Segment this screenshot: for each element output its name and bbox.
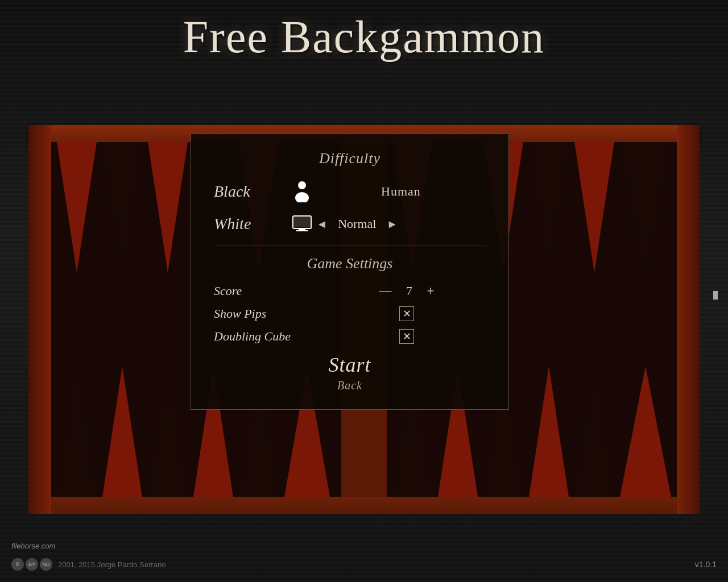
white-player-row: White ◄ Normal ►: [214, 214, 486, 234]
white-player-icon: [288, 214, 316, 234]
show-pips-checkbox[interactable]: ✕: [399, 306, 414, 321]
show-pips-control: ✕: [328, 306, 486, 321]
white-label: White: [214, 215, 288, 233]
footer: © BY ND 2001, 2015 Jorge Pardo Serrano f…: [0, 558, 728, 571]
filehorse-label: filehorse.com: [11, 541, 55, 551]
score-minus-button[interactable]: —: [379, 284, 392, 298]
black-player-row: Black Human: [214, 181, 486, 202]
settings-dialog: Difficulty Black Human White ◄ Normal: [191, 134, 509, 410]
svg-point-27: [295, 192, 309, 202]
doubling-cube-label: Doubling Cube: [214, 329, 328, 344]
score-row: Score — 7 +: [214, 284, 486, 298]
black-player-icon: [288, 181, 316, 202]
difficulty-left-arrow[interactable]: ◄: [316, 218, 328, 231]
cc-badge: © BY ND: [11, 558, 52, 571]
board-frame-right: [677, 125, 700, 514]
svg-rect-31: [296, 230, 308, 231]
board-frame-left: [28, 125, 51, 514]
difficulty-title: Difficulty: [214, 150, 486, 167]
divider: [214, 246, 486, 246]
doubling-cube-row: Doubling Cube ✕: [214, 329, 486, 344]
cc-icon: ©: [11, 558, 24, 571]
doubling-cube-checkbox[interactable]: ✕: [399, 329, 414, 344]
black-label: Black: [214, 182, 288, 201]
filehorse-text: filehorse.com: [11, 542, 55, 550]
score-control: — 7 +: [328, 284, 486, 298]
show-pips-row: Show Pips ✕: [214, 306, 486, 321]
cc-by-icon: BY: [26, 558, 38, 571]
game-settings-title: Game Settings: [214, 255, 486, 272]
copyright-text: 2001, 2015 Jorge Pardo Serrano: [58, 560, 166, 569]
board-frame-bottom: [28, 497, 700, 514]
footer-left: © BY ND 2001, 2015 Jorge Pardo Serrano: [11, 558, 166, 571]
start-button[interactable]: Start: [214, 353, 486, 377]
svg-rect-30: [299, 228, 305, 230]
difficulty-right-arrow[interactable]: ►: [387, 218, 398, 231]
svg-rect-29: [294, 217, 310, 227]
cc-nd-icon: ND: [40, 558, 52, 571]
score-label: Score: [214, 284, 328, 298]
score-plus-button[interactable]: +: [427, 284, 435, 298]
show-pips-label: Show Pips: [214, 306, 328, 321]
black-player-type: Human: [316, 184, 486, 199]
difficulty-controls: ◄ Normal ►: [316, 217, 398, 231]
back-button[interactable]: Back: [214, 379, 486, 392]
difficulty-value: Normal: [334, 217, 380, 231]
doubling-cube-control: ✕: [328, 329, 486, 344]
version-text: v1.0.1: [695, 560, 717, 569]
score-value: 7: [401, 284, 418, 298]
app-title: Free Backgammon: [0, 11, 728, 63]
svg-point-26: [298, 181, 306, 189]
cursor: [713, 291, 718, 300]
